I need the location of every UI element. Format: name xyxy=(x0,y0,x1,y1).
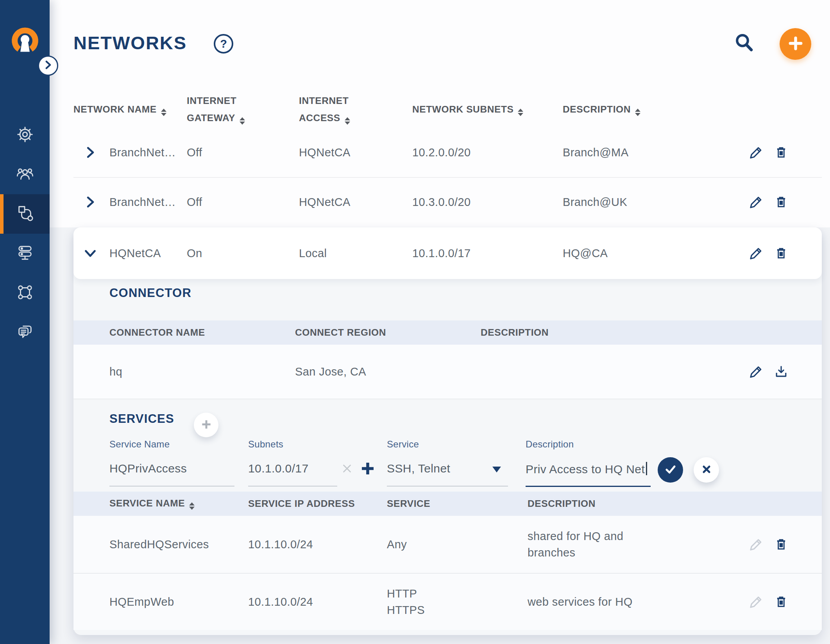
plus-icon xyxy=(200,418,213,433)
delete-icon[interactable] xyxy=(774,537,788,551)
network-subnets: 10.1.0.0/17 xyxy=(412,247,471,260)
service-ip: 10.1.10.0/24 xyxy=(248,538,313,551)
expanded-network-card: HQNetCA On Local 10.1.0.0/17 HQ@CA CONNE… xyxy=(73,227,822,635)
column-header-connect-region: CONNECT REGION xyxy=(295,327,386,338)
description-input[interactable]: Priv Access to HQ Net xyxy=(526,462,647,476)
sidebar-expand-button[interactable] xyxy=(38,55,58,76)
edit-icon[interactable] xyxy=(749,365,763,379)
search-icon xyxy=(733,49,756,56)
sort-icon xyxy=(161,108,166,116)
sidebar-item-networks[interactable] xyxy=(0,194,50,234)
confirm-service-button[interactable] xyxy=(658,457,683,483)
network-name: BranchNet… xyxy=(109,146,184,159)
sidebar-item-mesh[interactable] xyxy=(0,273,50,313)
sort-icon xyxy=(345,117,350,125)
service-name: HQEmpWeb xyxy=(109,596,174,608)
internet-access: Local xyxy=(299,247,327,260)
networks-table-header: NETWORK NAME INTERNET GATEWAY INTERNET A… xyxy=(73,91,822,128)
service-label: Service xyxy=(387,439,419,450)
sort-icon xyxy=(635,108,640,116)
chevron-down-icon[interactable] xyxy=(84,247,96,259)
edit-icon-disabled xyxy=(749,595,763,609)
network-subnets: 10.3.0.0/20 xyxy=(412,196,471,209)
connector-table-header: CONNECTOR NAME CONNECT REGION DESCRIPTIO… xyxy=(73,320,822,345)
openvpn-logo-icon[interactable] xyxy=(8,23,42,59)
sort-icon xyxy=(189,503,195,510)
column-header-internet-access[interactable]: INTERNET ACCESS xyxy=(299,92,379,126)
service-protocols: Any xyxy=(387,538,407,551)
text-cursor xyxy=(646,462,647,475)
delete-icon[interactable] xyxy=(774,195,788,209)
delete-icon[interactable] xyxy=(774,246,788,260)
sidebar-nav xyxy=(0,115,50,352)
table-row-branchnet-uk[interactable]: BranchNet… Off HQNetCA 10.3.0.0/20 Branc… xyxy=(73,177,822,226)
networks-icon xyxy=(16,204,34,224)
column-header-service: SERVICE xyxy=(387,498,430,509)
service-description: shared for HQ and branches xyxy=(528,528,637,561)
chevron-right-icon[interactable] xyxy=(84,196,96,208)
column-header-network-subnets[interactable]: NETWORK SUBNETS xyxy=(412,100,545,118)
table-row-branchnet-ma[interactable]: BranchNet… Off HQNetCA 10.2.0.0/20 Branc… xyxy=(73,128,822,177)
sort-icon xyxy=(518,108,523,116)
service-name-label: Service Name xyxy=(109,439,170,450)
sidebar-item-hosts[interactable] xyxy=(0,234,50,273)
dropdown-arrow-icon[interactable] xyxy=(492,467,501,472)
network-subnets: 10.2.0.0/20 xyxy=(412,146,471,159)
network-name: HQNetCA xyxy=(109,247,184,260)
description-label: Description xyxy=(526,439,574,450)
delete-icon[interactable] xyxy=(774,145,788,159)
column-header-service-name[interactable]: SERVICE NAME xyxy=(109,498,195,510)
help-icon[interactable] xyxy=(214,34,233,54)
column-header-network-name[interactable]: NETWORK NAME xyxy=(73,100,185,118)
check-icon xyxy=(662,461,679,479)
service-row-sharedhqservices[interactable]: SharedHQServices 10.1.10.0/24 Any shared… xyxy=(73,516,822,573)
service-select[interactable]: SSH, Telnet xyxy=(387,462,450,475)
table-row-hqnetca-expanded[interactable]: HQNetCA On Local 10.1.0.0/17 HQ@CA xyxy=(73,227,822,279)
edit-icon-disabled xyxy=(749,537,763,551)
search-button[interactable] xyxy=(733,31,756,55)
column-header-description: DESCRIPTION xyxy=(528,498,596,509)
service-name-input[interactable]: HQPrivAccess xyxy=(109,462,187,475)
chevron-right-icon[interactable] xyxy=(84,147,96,158)
service-row-hqempweb[interactable]: HQEmpWeb 10.1.10.0/24 HTTP HTTPS web ser… xyxy=(73,573,822,630)
service-underline xyxy=(387,486,508,487)
subnets-underline xyxy=(248,486,337,487)
column-header-connector-name: CONNECTOR NAME xyxy=(109,327,205,338)
edit-icon[interactable] xyxy=(749,246,763,260)
column-header-description: DESCRIPTION xyxy=(481,327,549,338)
chat-icon xyxy=(16,323,34,342)
gear-icon xyxy=(16,125,34,145)
service-name: SharedHQServices xyxy=(109,538,209,551)
add-service-button[interactable] xyxy=(194,413,218,437)
sort-icon xyxy=(240,117,245,125)
sidebar-item-settings[interactable] xyxy=(0,115,50,155)
column-header-service-ip: SERVICE IP ADDRESS xyxy=(248,498,355,509)
add-network-button[interactable] xyxy=(780,28,811,60)
edit-icon[interactable] xyxy=(749,195,763,209)
subnets-input[interactable]: 10.1.0.0/17 xyxy=(248,462,309,475)
add-subnet-icon[interactable] xyxy=(360,461,376,478)
subnets-label: Subnets xyxy=(248,439,283,450)
mesh-icon xyxy=(16,283,34,303)
internet-access: HQNetCA xyxy=(299,146,351,159)
sidebar-item-chat[interactable] xyxy=(0,313,50,352)
internet-gateway: Off xyxy=(187,146,202,159)
networks-table: NETWORK NAME INTERNET GATEWAY INTERNET A… xyxy=(73,91,822,226)
connector-region: San Jose, CA xyxy=(295,365,366,378)
delete-icon[interactable] xyxy=(774,595,788,609)
sidebar-item-users[interactable] xyxy=(0,155,50,194)
download-icon[interactable] xyxy=(774,365,788,379)
service-description: web services for HQ xyxy=(528,594,637,610)
connector-name: hq xyxy=(109,365,122,378)
services-section-title: SERVICES xyxy=(109,412,174,426)
column-header-internet-gateway[interactable]: INTERNET GATEWAY xyxy=(187,92,267,126)
description-underline xyxy=(526,486,651,487)
page-title: NETWORKS xyxy=(73,32,187,54)
cancel-service-button[interactable] xyxy=(694,457,719,483)
connector-row[interactable]: hq San Jose, CA xyxy=(73,345,822,399)
edit-icon[interactable] xyxy=(749,145,763,159)
clear-subnet-icon[interactable] xyxy=(340,462,354,477)
hosts-icon xyxy=(16,244,34,263)
column-header-description[interactable]: DESCRIPTION xyxy=(563,100,656,118)
internet-gateway: On xyxy=(187,247,202,260)
